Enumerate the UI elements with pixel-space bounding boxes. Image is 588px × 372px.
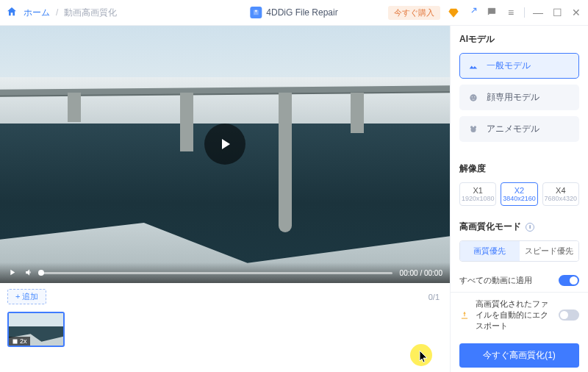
ai-model-title: AIモデル bbox=[459, 33, 579, 46]
info-icon[interactable]: i bbox=[526, 223, 534, 232]
resolution-x2-dim: 3840x2160 bbox=[501, 195, 537, 202]
app-logo-icon bbox=[250, 7, 262, 18]
divider bbox=[524, 7, 525, 18]
play-button[interactable] bbox=[204, 124, 245, 165]
video-time: 00:00 / 00:00 bbox=[400, 269, 442, 277]
enhance-button[interactable]: 今すぐ高画質化(1) bbox=[459, 343, 579, 368]
mode-speed-button[interactable]: スピード優先 bbox=[520, 241, 579, 261]
model-general-button[interactable]: 一般モデル bbox=[459, 53, 579, 79]
progress-thumb[interactable] bbox=[38, 270, 44, 276]
progress-slider[interactable] bbox=[41, 272, 392, 274]
play-icon bbox=[216, 135, 234, 153]
model-face-label: 顔専用モデル bbox=[487, 91, 539, 104]
resolution-x4-dim: 7680x4320 bbox=[543, 195, 578, 202]
auto-export-row: 高画質化されたファイルを自動的にエクスポート bbox=[451, 292, 588, 337]
mode-title-label: 高画質化モード bbox=[459, 221, 521, 233]
model-anime-label: アニメモデル bbox=[487, 123, 539, 135]
face-icon bbox=[467, 92, 479, 104]
resolution-title: 解像度 bbox=[459, 162, 579, 175]
play-small-icon[interactable] bbox=[7, 268, 17, 279]
resolution-x1[interactable]: X1 1920x1080 bbox=[459, 182, 496, 206]
buy-now-button[interactable]: 今すぐ購入 bbox=[388, 6, 440, 20]
menu-icon[interactable]: ≡ bbox=[505, 7, 517, 18]
landscape-icon bbox=[467, 60, 479, 72]
breadcrumb-home[interactable]: ホーム bbox=[24, 7, 50, 19]
auto-export-label: 高画質化されたファイルを自動的にエクスポート bbox=[476, 298, 553, 332]
mode-quality-button[interactable]: 画質優先 bbox=[460, 241, 520, 261]
title-bar: ホーム / 動画高画質化 4DDiG File Repair 今すぐ購入 ≡ —… bbox=[0, 0, 588, 25]
auto-export-toggle[interactable] bbox=[559, 310, 579, 321]
model-face-button[interactable]: 顔専用モデル bbox=[459, 85, 579, 110]
video-controls: 00:00 / 00:00 bbox=[0, 262, 450, 283]
resolution-x4[interactable]: X4 7680x4320 bbox=[542, 182, 579, 206]
svg-point-2 bbox=[474, 96, 475, 97]
video-thumbnail[interactable]: 2x bbox=[7, 312, 65, 347]
resolution-x1-label: X1 bbox=[460, 186, 495, 195]
breadcrumb-current: 動画高画質化 bbox=[64, 7, 117, 19]
add-video-button[interactable]: + 追加 bbox=[7, 289, 46, 304]
svg-point-5 bbox=[471, 127, 476, 132]
model-anime-button[interactable]: アニメモデル bbox=[459, 116, 579, 142]
export-icon bbox=[459, 310, 470, 321]
svg-point-1 bbox=[472, 96, 473, 97]
maximize-button[interactable]: ☐ bbox=[551, 7, 563, 18]
thumbnail-badge: 2x bbox=[9, 337, 30, 346]
apply-all-label: すべての動画に適用 bbox=[459, 275, 532, 286]
link-icon[interactable] bbox=[467, 7, 478, 18]
resolution-x1-dim: 1920x1080 bbox=[460, 195, 495, 202]
volume-icon[interactable] bbox=[24, 268, 34, 279]
mode-title: 高画質化モード i bbox=[459, 221, 579, 233]
model-general-label: 一般モデル bbox=[487, 60, 531, 72]
breadcrumb-separator: / bbox=[56, 7, 58, 18]
home-icon[interactable] bbox=[6, 6, 18, 20]
close-button[interactable]: ✕ bbox=[570, 7, 582, 18]
image-icon bbox=[12, 338, 18, 345]
thumbnail-badge-label: 2x bbox=[20, 337, 27, 345]
app-title: 4DDiG File Repair bbox=[250, 7, 337, 18]
video-count: 0/1 bbox=[429, 293, 442, 301]
apply-all-row: すべての動画に適用 bbox=[451, 269, 588, 292]
resolution-x2[interactable]: X2 3840x2160 bbox=[501, 182, 537, 206]
bear-icon bbox=[467, 124, 479, 135]
minimize-button[interactable]: — bbox=[532, 7, 544, 18]
feedback-icon[interactable] bbox=[486, 7, 498, 18]
premium-icon[interactable] bbox=[448, 7, 459, 18]
apply-all-toggle[interactable] bbox=[559, 275, 579, 286]
video-preview[interactable]: 00:00 / 00:00 bbox=[0, 26, 450, 283]
resolution-x2-label: X2 bbox=[501, 186, 537, 195]
svg-point-0 bbox=[470, 94, 476, 101]
resolution-x4-label: X4 bbox=[543, 186, 578, 195]
app-name-label: 4DDiG File Repair bbox=[266, 7, 337, 18]
